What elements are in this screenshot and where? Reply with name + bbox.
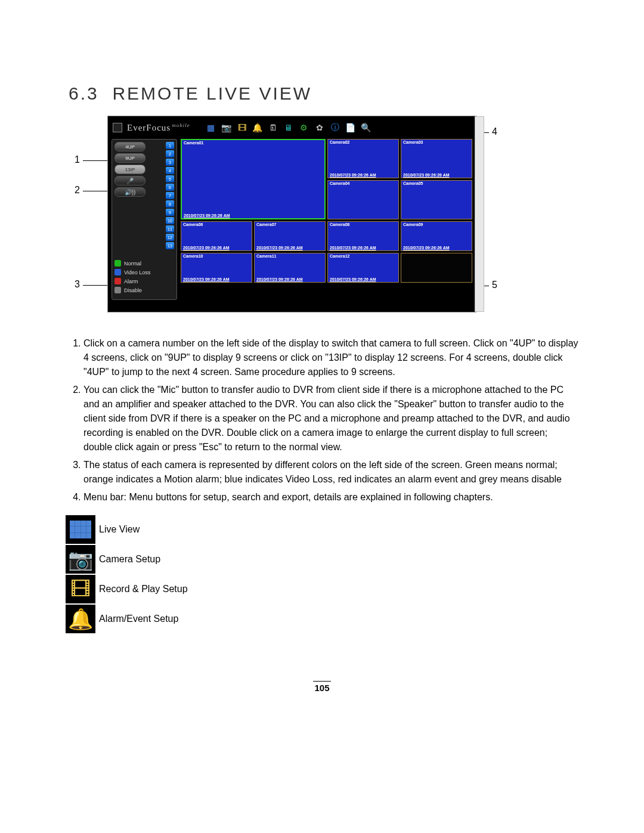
layout-13ip-button[interactable]: 13IP	[114, 165, 145, 174]
camera-name: Camera10	[183, 254, 203, 258]
camera-select-13[interactable]: 13	[166, 242, 174, 249]
camera-tile[interactable]: Camera112010/07/23 09:26:26 AM	[254, 253, 326, 283]
camera-name: Camera04	[330, 181, 349, 185]
camera-timestamp: 2010/07/23 09:26:26 AM	[330, 246, 376, 250]
brand-label: EverFocusmobile	[127, 122, 190, 133]
camera-select-10[interactable]: 10	[166, 217, 174, 224]
scrollbar[interactable]	[475, 116, 484, 312]
legend-label: Disable	[124, 287, 142, 293]
icon-label: Alarm/Event Setup	[99, 614, 178, 624]
mic-button[interactable]: 🎤	[114, 176, 145, 185]
camera-tile[interactable]: Camera072010/07/23 09:26:26 AM	[254, 221, 326, 251]
legend-swatch	[114, 287, 121, 293]
camera-name: Camera07	[256, 222, 276, 227]
search-icon[interactable]: 🔍	[361, 123, 371, 132]
legend-label: Video Loss	[124, 270, 150, 275]
legend-swatch	[114, 269, 121, 275]
camera-select-3[interactable]: 3	[166, 159, 174, 166]
camera-tile[interactable]: Camera05	[401, 180, 472, 219]
camera-tile-blank[interactable]	[401, 253, 472, 283]
speaker-button[interactable]: 🔊))	[114, 187, 145, 197]
callout-5: 5	[492, 280, 497, 290]
schedule-icon[interactable]: 🗓	[268, 123, 278, 132]
instruction-item: Click on a camera number on the left sid…	[83, 336, 578, 379]
callout-1: 1	[75, 154, 80, 165]
dvr-app-window: EverFocusmobile ▦ 📷 🎞 🔔 🗓 🖥 ⚙ ✿ ⓘ 📄 🔍	[107, 116, 476, 312]
menu-bar: ▦ 📷 🎞 🔔 🗓 🖥 ⚙ ✿ ⓘ 📄 🔍	[206, 123, 371, 132]
title-bar: EverFocusmobile ▦ 📷 🎞 🔔 🗓 🖥 ⚙ ✿ ⓘ 📄 🔍	[112, 120, 472, 139]
legend-swatch	[114, 260, 121, 267]
logo-icon	[113, 123, 122, 132]
display-icon[interactable]: 🖥	[283, 123, 294, 132]
sidebar: 4UP 9UP 13IP 🎤 🔊)) 12345678910111213 Nor…	[112, 139, 177, 300]
camera-tile[interactable]: Camera122010/07/23 09:26:26 AM	[327, 253, 399, 283]
camera-name: Camera06	[183, 222, 203, 227]
settings-icon[interactable]: ✿	[314, 123, 325, 132]
network-icon[interactable]: ⚙	[299, 123, 309, 132]
section-heading: 6.3 REMOTE LIVE VIEW	[69, 83, 644, 104]
layout-9up-button[interactable]: 9UP	[114, 153, 145, 163]
live-view-icon	[66, 515, 95, 544]
camera-select-12[interactable]: 12	[166, 234, 174, 241]
instruction-item: You can click the "Mic" button to transf…	[83, 383, 578, 454]
camera-select-7[interactable]: 7	[166, 192, 174, 199]
info-icon[interactable]: ⓘ	[330, 123, 340, 132]
camera-timestamp: 2010/07/23 09:26:26 AM	[403, 173, 450, 177]
camera-select-11[interactable]: 11	[166, 225, 174, 233]
camera-setup-icon: 📷	[66, 545, 95, 574]
record-play-icon: 🎞	[66, 575, 95, 603]
camera-select-6[interactable]: 6	[166, 184, 174, 191]
callout-4: 4	[492, 126, 497, 137]
camera-tile[interactable]: Camera102010/07/23 09:26:26 AM	[181, 253, 252, 283]
camera-timestamp: 2010/07/23 09:26:26 AM	[330, 173, 376, 177]
icon-label: Live View	[99, 524, 140, 535]
icon-label: Record & Play Setup	[99, 584, 188, 594]
camera-tile[interactable]: Camera022010/07/23 09:26:26 AM	[327, 139, 399, 178]
camera-select-4[interactable]: 4	[166, 167, 174, 174]
camera-select-1[interactable]: 1	[166, 142, 174, 149]
callout-2: 2	[75, 185, 80, 196]
camera-timestamp: 2010/07/23 09:26:26 AM	[184, 213, 230, 218]
legend-row: Alarm	[114, 278, 174, 284]
legend-row: Video Loss	[114, 269, 174, 275]
camera-name: Camera12	[330, 254, 349, 258]
status-legend: NormalVideo LossAlarmDisable	[114, 260, 174, 293]
camera-timestamp: 2010/07/23 09:26:26 AM	[183, 246, 230, 250]
instruction-list: Click on a camera number on the left sid…	[66, 336, 578, 504]
camera-tile[interactable]: Camera032010/07/23 09:26:26 AM	[401, 139, 472, 178]
page-number: 105	[314, 683, 329, 693]
live-view-icon[interactable]: ▦	[206, 123, 216, 132]
camera-timestamp: 2010/07/23 09:26:26 AM	[256, 277, 303, 281]
legend-row: Normal	[114, 260, 174, 267]
camera-name: Camera11	[256, 254, 276, 258]
camera-tile[interactable]: Camera062010/07/23 09:26:26 AM	[181, 221, 252, 251]
camera-icon[interactable]: 📷	[221, 123, 232, 132]
camera-select-2[interactable]: 2	[166, 150, 174, 157]
camera-select-9[interactable]: 9	[166, 209, 174, 216]
camera-timestamp: 2010/07/23 09:26:26 AM	[183, 277, 230, 281]
camera-timestamp: 2010/07/23 09:26:26 AM	[256, 246, 303, 250]
alarm-icon[interactable]: 🔔	[252, 123, 263, 132]
record-icon[interactable]: 🎞	[237, 123, 247, 132]
camera-name: Camera09	[403, 222, 423, 227]
camera-select-5[interactable]: 5	[166, 175, 174, 182]
legend-swatch	[114, 278, 121, 284]
camera-timestamp: 2010/07/23 09:26:26 AM	[330, 277, 376, 281]
instruction-item: Menu bar: Menu buttons for setup, search…	[83, 490, 578, 504]
icon-label: Camera Setup	[99, 554, 160, 565]
camera-tile[interactable]: Camera04	[327, 180, 399, 219]
camera-select-8[interactable]: 8	[166, 200, 174, 208]
menu-icon-legend: Live View 📷 Camera Setup 🎞 Record & Play…	[66, 515, 578, 633]
camera-tile[interactable]: Camera082010/07/23 09:26:26 AM	[327, 221, 399, 251]
callout-3: 3	[75, 279, 80, 290]
camera-grid: Camera012010/07/23 09:26:26 AMCamera0220…	[181, 139, 472, 300]
legend-label: Normal	[124, 261, 141, 267]
alarm-event-icon: 🔔	[66, 605, 95, 633]
camera-name: Camera01	[184, 141, 203, 145]
figure: 1 2 3 4 5 EverFocusmobile ▦ 📷 🎞 🔔 🗓 🖥	[0, 116, 644, 312]
camera-tile[interactable]: Camera092010/07/23 09:26:26 AM	[401, 221, 472, 251]
layout-4up-button[interactable]: 4UP	[114, 142, 145, 151]
camera-tile[interactable]: Camera012010/07/23 09:26:26 AM	[181, 139, 326, 219]
log-icon[interactable]: 📄	[345, 123, 356, 132]
camera-name: Camera05	[403, 181, 423, 185]
